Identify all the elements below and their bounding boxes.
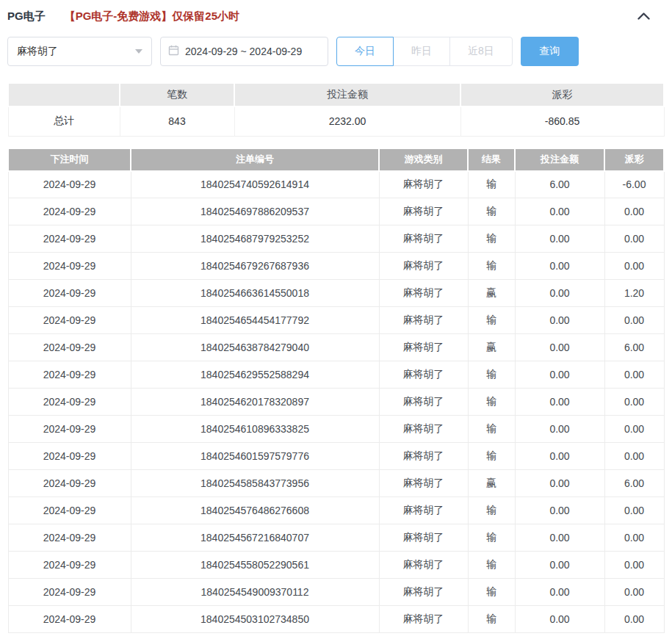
summary-bet-amount-value: 2232.00 <box>234 106 460 136</box>
table-row: 2024-09-29 1840254601597579776 麻将胡了 输 0.… <box>8 443 664 470</box>
table-row: 2024-09-29 1840254679267687936 麻将胡了 输 0.… <box>8 253 664 280</box>
provider-title: PG电子 <box>7 10 46 24</box>
bet-time-cell: 2024-09-29 <box>8 253 131 280</box>
bet-amount-cell: 0.00 <box>515 524 604 552</box>
bet-id-cell: 1840254638784279040 <box>131 334 379 361</box>
result-cell: 输 <box>468 361 515 389</box>
result-cell: 输 <box>468 307 515 334</box>
bet-id-cell: 1840254585843773956 <box>131 470 379 497</box>
betting-records-panel: PG电子 【PG电子-免费游戏】仅保留25小时 麻将胡了 2024-09-29 … <box>0 0 672 633</box>
game-type-cell: 麻将胡了 <box>379 171 468 198</box>
table-row: 2024-09-29 1840254638784279040 麻将胡了 赢 0.… <box>8 334 664 361</box>
game-type-cell: 麻将胡了 <box>379 606 468 633</box>
result-cell: 赢 <box>468 280 515 307</box>
summary-table: 笔数 投注金额 派彩 总计 843 2232.00 -860.85 <box>7 82 665 137</box>
bet-time-cell: 2024-09-29 <box>8 606 131 633</box>
bet-id-cell: 1840254601597579776 <box>131 443 379 470</box>
payout-cell: 0.00 <box>604 497 664 524</box>
payout-cell: 6.00 <box>604 470 664 497</box>
promo-notice: 【PG电子-免费游戏】仅保留25小时 <box>65 10 239 24</box>
bet-time-cell: 2024-09-29 <box>8 361 131 389</box>
bet-id-cell: 1840254740592614914 <box>131 171 379 198</box>
bet-amount-cell: 0.00 <box>515 361 604 389</box>
panel-header: PG电子 【PG电子-免费游戏】仅保留25小时 <box>7 7 665 25</box>
bet-time-cell: 2024-09-29 <box>8 307 131 334</box>
result-cell: 输 <box>468 552 515 579</box>
bet-time-cell: 2024-09-29 <box>8 389 131 416</box>
game-type-cell: 麻将胡了 <box>379 524 468 552</box>
bet-time-cell: 2024-09-29 <box>8 497 131 524</box>
summary-col-payout: 派彩 <box>460 83 664 106</box>
payout-cell: 0.00 <box>604 579 664 606</box>
collapse-button[interactable] <box>636 11 651 21</box>
result-cell: 输 <box>468 389 515 416</box>
payout-cell: 0.00 <box>604 198 664 225</box>
quick-button-yesterday[interactable]: 昨日 <box>393 37 450 66</box>
game-type-cell: 麻将胡了 <box>379 198 468 225</box>
game-type-cell: 麻将胡了 <box>379 307 468 334</box>
result-cell: 赢 <box>468 334 515 361</box>
col-header-bet-time: 下注时间 <box>8 148 131 171</box>
col-header-payout: 派彩 <box>604 148 664 171</box>
bet-id-cell: 1840254567216840707 <box>131 524 379 552</box>
summary-total-label: 总计 <box>8 106 120 136</box>
bet-time-cell: 2024-09-29 <box>8 198 131 225</box>
payout-cell: -6.00 <box>604 171 664 198</box>
bet-amount-cell: 0.00 <box>515 307 604 334</box>
bet-amount-cell: 0.00 <box>515 416 604 443</box>
table-row: 2024-09-29 1840254558052290561 麻将胡了 输 0.… <box>8 552 664 579</box>
bet-table-body: 2024-09-29 1840254740592614914 麻将胡了 输 6.… <box>8 171 664 633</box>
bet-id-cell: 1840254558052290561 <box>131 552 379 579</box>
bet-amount-cell: 0.00 <box>515 470 604 497</box>
payout-cell: 0.00 <box>604 606 664 633</box>
summary-col-bet-amount: 投注金额 <box>234 83 460 106</box>
payout-cell: 0.00 <box>604 524 664 552</box>
bet-id-cell: 1840254663614550018 <box>131 280 379 307</box>
col-header-result: 结果 <box>468 148 515 171</box>
bet-id-cell: 1840254679267687936 <box>131 253 379 280</box>
quick-button-today[interactable]: 今日 <box>336 37 394 66</box>
chevron-up-icon <box>637 11 650 22</box>
bet-id-cell: 1840254503102734850 <box>131 606 379 633</box>
result-cell: 输 <box>468 524 515 552</box>
summary-total-row: 总计 843 2232.00 -860.85 <box>8 106 664 136</box>
game-type-cell: 麻将胡了 <box>379 225 468 253</box>
payout-cell: 1.20 <box>604 280 664 307</box>
bet-amount-cell: 0.00 <box>515 497 604 524</box>
game-select[interactable]: 麻将胡了 <box>7 37 152 66</box>
game-type-cell: 麻将胡了 <box>379 334 468 361</box>
payout-cell: 0.00 <box>604 443 664 470</box>
payout-cell: 6.00 <box>604 334 664 361</box>
quick-button-last8days[interactable]: 近8日 <box>449 37 513 66</box>
result-cell: 输 <box>468 171 515 198</box>
bet-id-cell: 1840254687979253252 <box>131 225 379 253</box>
bet-amount-cell: 6.00 <box>515 171 604 198</box>
table-row: 2024-09-29 1840254567216840707 麻将胡了 输 0.… <box>8 524 664 552</box>
summary-count-value: 843 <box>120 106 234 136</box>
bet-time-cell: 2024-09-29 <box>8 225 131 253</box>
col-header-bet-amount: 投注金额 <box>515 148 604 171</box>
result-cell: 输 <box>468 606 515 633</box>
bet-time-cell: 2024-09-29 <box>8 552 131 579</box>
bet-time-cell: 2024-09-29 <box>8 443 131 470</box>
result-cell: 输 <box>468 198 515 225</box>
summary-payout-value: -860.85 <box>460 106 664 136</box>
summary-col-count: 笔数 <box>120 83 234 106</box>
result-cell: 输 <box>468 225 515 253</box>
result-cell: 输 <box>468 416 515 443</box>
bet-id-cell: 1840254629552588294 <box>131 361 379 389</box>
bet-time-cell: 2024-09-29 <box>8 470 131 497</box>
bet-id-cell: 1840254549009370112 <box>131 579 379 606</box>
bet-time-cell: 2024-09-29 <box>8 524 131 552</box>
calendar-icon <box>168 45 179 58</box>
date-range-input[interactable]: 2024-09-29 ~ 2024-09-29 <box>160 37 328 66</box>
bet-id-cell: 1840254697886209537 <box>131 198 379 225</box>
bet-table-header-row: 下注时间 注单编号 游戏类别 结果 投注金额 派彩 <box>8 148 664 171</box>
search-button[interactable]: 查询 <box>521 37 579 66</box>
table-row: 2024-09-29 1840254629552588294 麻将胡了 输 0.… <box>8 361 664 389</box>
game-type-cell: 麻将胡了 <box>379 552 468 579</box>
game-type-cell: 麻将胡了 <box>379 389 468 416</box>
bet-id-cell: 1840254654454177792 <box>131 307 379 334</box>
table-row: 2024-09-29 1840254503102734850 麻将胡了 输 0.… <box>8 606 664 633</box>
bet-amount-cell: 0.00 <box>515 606 604 633</box>
